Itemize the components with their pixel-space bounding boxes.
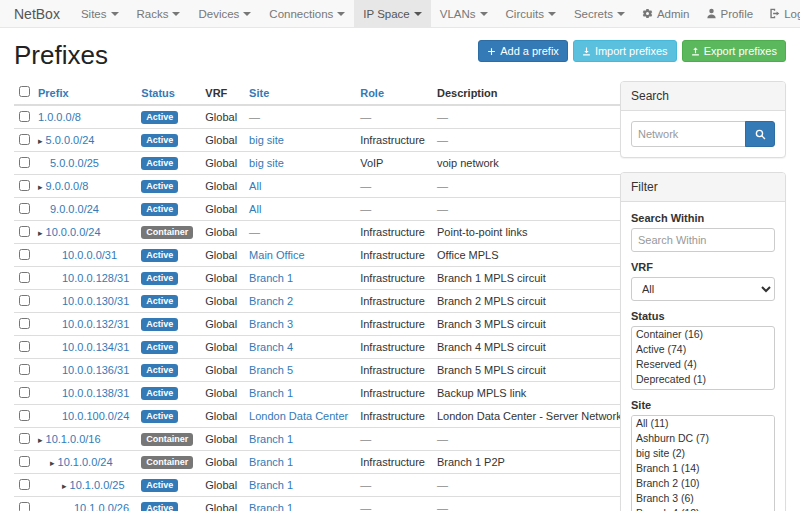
row-checkbox[interactable]: [19, 111, 30, 122]
nav-item-secrets[interactable]: Secrets: [565, 0, 634, 27]
row-checkbox[interactable]: [19, 226, 30, 237]
export-prefixes-button[interactable]: Export prefixes: [682, 40, 786, 62]
site-link[interactable]: All: [249, 180, 261, 192]
expand-caret-icon[interactable]: ▸: [50, 458, 55, 468]
search-button[interactable]: [745, 121, 775, 147]
prefix-link[interactable]: 5.0.0.0/24: [46, 134, 95, 146]
site-link[interactable]: big site: [249, 157, 284, 169]
nav-item-circuits[interactable]: Circuits: [497, 0, 565, 27]
expand-caret-icon[interactable]: ▸: [62, 481, 67, 491]
column-header-prefix[interactable]: Prefix: [38, 87, 69, 99]
row-checkbox[interactable]: [19, 364, 30, 375]
nav-item-devices[interactable]: Devices: [189, 0, 260, 27]
row-checkbox[interactable]: [19, 479, 30, 490]
prefix-link[interactable]: 10.0.0.136/31: [62, 364, 129, 376]
row-checkbox[interactable]: [19, 433, 30, 444]
site-cell: Branch 4: [243, 336, 354, 359]
import-prefixes-label: Import prefixes: [595, 45, 668, 57]
listbox-option[interactable]: Branch 2 (10): [632, 476, 774, 491]
site-link[interactable]: Branch 4: [249, 341, 293, 353]
site-link[interactable]: All: [249, 203, 261, 215]
row-checkbox[interactable]: [19, 456, 30, 467]
listbox-option[interactable]: Branch 3 (6): [632, 491, 774, 506]
row-checkbox[interactable]: [19, 272, 30, 283]
row-checkbox[interactable]: [19, 502, 30, 511]
site-listbox[interactable]: All (11)Ashburn DC (7)big site (2)Branch…: [631, 415, 775, 511]
prefix-link[interactable]: 10.0.100.0/24: [62, 410, 129, 422]
listbox-option[interactable]: big site (2): [632, 446, 774, 461]
listbox-option[interactable]: Branch 1 (14): [632, 461, 774, 476]
prefix-link[interactable]: 10.1.0.0/24: [58, 456, 113, 468]
prefix-link[interactable]: 10.1.0.0/26: [74, 502, 129, 511]
prefix-link[interactable]: 10.1.0.0/25: [70, 479, 125, 491]
site-link[interactable]: Branch 1: [249, 456, 293, 468]
row-checkbox[interactable]: [19, 203, 30, 214]
site-cell: Branch 1: [243, 382, 354, 405]
expand-caret-icon[interactable]: ▸: [38, 136, 43, 146]
nav-item-sites[interactable]: Sites: [72, 0, 128, 27]
listbox-option[interactable]: Deprecated (1): [632, 372, 774, 387]
search-input[interactable]: [631, 121, 746, 147]
nav-item-logout[interactable]: Log out: [761, 0, 800, 27]
row-checkbox[interactable]: [19, 157, 30, 168]
prefix-link[interactable]: 10.0.0.134/31: [62, 341, 129, 353]
expand-caret-icon[interactable]: ▸: [38, 228, 43, 238]
brand[interactable]: NetBox: [0, 0, 72, 27]
row-checkbox[interactable]: [19, 249, 30, 260]
nav-item-connections[interactable]: Connections: [260, 0, 354, 27]
nav-item-profile[interactable]: Profile: [698, 0, 762, 27]
prefix-link[interactable]: 10.0.0.138/31: [62, 387, 129, 399]
nav-item-vlans[interactable]: VLANs: [431, 0, 497, 27]
vrf-select[interactable]: All: [631, 277, 775, 301]
prefix-link[interactable]: 10.0.0.0/24: [46, 226, 101, 238]
prefix-link[interactable]: 10.1.0.0/16: [46, 433, 101, 445]
site-link[interactable]: Branch 5: [249, 364, 293, 376]
prefix-link[interactable]: 10.0.0.0/31: [62, 249, 117, 261]
expand-caret-icon[interactable]: ▸: [38, 182, 43, 192]
status-listbox[interactable]: Container (16)Active (74)Reserved (4)Dep…: [631, 326, 775, 390]
site-link[interactable]: Branch 1: [249, 433, 293, 445]
column-header-site[interactable]: Site: [249, 87, 269, 99]
row-checkbox[interactable]: [19, 387, 30, 398]
add-prefix-button[interactable]: Add a prefix: [478, 40, 568, 62]
prefix-link[interactable]: 5.0.0.0/25: [50, 157, 99, 169]
site-link[interactable]: Branch 1: [249, 479, 293, 491]
row-checkbox[interactable]: [19, 318, 30, 329]
listbox-option[interactable]: Ashburn DC (7): [632, 431, 774, 446]
navbar: NetBox Sites Racks Devices Connections I…: [0, 0, 800, 28]
site-link[interactable]: Branch 2: [249, 295, 293, 307]
prefix-link[interactable]: 10.0.0.132/31: [62, 318, 129, 330]
search-within-input[interactable]: [631, 228, 775, 252]
prefix-link[interactable]: 9.0.0.0/8: [46, 180, 89, 192]
import-prefixes-button[interactable]: Import prefixes: [573, 40, 677, 62]
prefix-link[interactable]: 1.0.0.0/8: [38, 111, 81, 123]
select-all-checkbox[interactable]: [19, 86, 30, 97]
listbox-option[interactable]: Reserved (4): [632, 357, 774, 372]
row-checkbox[interactable]: [19, 295, 30, 306]
nav-item-admin[interactable]: Admin: [634, 0, 698, 27]
row-checkbox[interactable]: [19, 134, 30, 145]
site-link[interactable]: Branch 1: [249, 502, 293, 511]
prefix-link[interactable]: 10.0.0.128/31: [62, 272, 129, 284]
listbox-option[interactable]: Branch 4 (12): [632, 506, 774, 511]
listbox-option[interactable]: Container (16): [632, 327, 774, 342]
column-header-role[interactable]: Role: [360, 87, 384, 99]
prefix-link[interactable]: 10.0.0.130/31: [62, 295, 129, 307]
prefix-link[interactable]: 9.0.0.0/24: [50, 203, 99, 215]
site-link[interactable]: Main Office: [249, 249, 304, 261]
listbox-option[interactable]: All (11): [632, 416, 774, 431]
row-checkbox[interactable]: [19, 341, 30, 352]
column-header-status[interactable]: Status: [141, 87, 175, 99]
site-link[interactable]: London Data Center: [249, 410, 348, 422]
site-link[interactable]: big site: [249, 134, 284, 146]
nav-item-ip-space[interactable]: IP Space: [354, 0, 430, 27]
site-link[interactable]: Branch 3: [249, 318, 293, 330]
row-checkbox[interactable]: [19, 410, 30, 421]
listbox-option[interactable]: Active (74): [632, 342, 774, 357]
row-checkbox[interactable]: [19, 180, 30, 191]
search-within-label: Search Within: [631, 212, 775, 224]
site-link[interactable]: Branch 1: [249, 387, 293, 399]
expand-caret-icon[interactable]: ▸: [38, 435, 43, 445]
site-link[interactable]: Branch 1: [249, 272, 293, 284]
nav-item-racks[interactable]: Racks: [128, 0, 190, 27]
